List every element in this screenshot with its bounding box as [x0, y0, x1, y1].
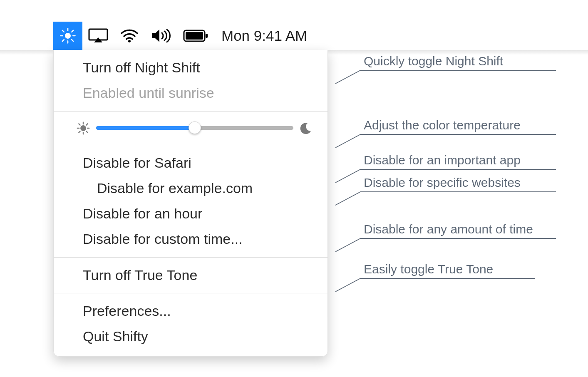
- shifty-menubar-icon[interactable]: [53, 22, 82, 50]
- divider: [54, 257, 327, 258]
- airplay-icon: [88, 28, 108, 43]
- battery-menubar-icon[interactable]: [177, 22, 214, 50]
- color-temperature-slider[interactable]: [96, 121, 293, 136]
- annotation-site: Disable for specific websites: [360, 176, 556, 192]
- menubar: Mon 9:41 AM: [0, 22, 588, 50]
- toggle-night-shift-item[interactable]: Turn off Night Shift: [54, 55, 327, 80]
- moon-icon: [299, 122, 313, 135]
- svg-point-0: [65, 33, 71, 39]
- svg-line-8: [72, 30, 73, 32]
- wifi-menubar-icon[interactable]: [114, 22, 145, 50]
- svg-line-7: [62, 40, 64, 41]
- wifi-icon: [120, 28, 139, 43]
- disable-for-site-item[interactable]: Disable for example.com: [54, 176, 327, 201]
- divider: [54, 111, 327, 112]
- svg-point-10: [128, 40, 131, 42]
- color-temperature-slider-row: [54, 116, 327, 141]
- svg-point-14: [81, 126, 85, 130]
- svg-line-21: [79, 131, 80, 132]
- svg-rect-13: [206, 34, 208, 38]
- battery-icon: [183, 30, 208, 42]
- svg-rect-12: [186, 32, 203, 40]
- schedule-status-item: Enabled until sunrise: [54, 80, 327, 106]
- svg-line-20: [86, 131, 87, 132]
- annotation-truetone: Easily toggle True Tone: [360, 262, 535, 279]
- shifty-popover: Turn off Night Shift Enabled until sunri…: [53, 50, 328, 357]
- preferences-item[interactable]: Preferences...: [54, 298, 327, 324]
- svg-line-5: [62, 30, 64, 32]
- disable-for-hour-item[interactable]: Disable for an hour: [54, 201, 327, 226]
- annotation-app: Disable for an important app: [360, 153, 556, 170]
- disable-for-app-item[interactable]: Disable for Safari: [54, 150, 327, 176]
- volume-menubar-icon[interactable]: [145, 22, 177, 50]
- svg-line-19: [79, 124, 80, 125]
- annotation-toggle: Quickly toggle Night Shift: [360, 54, 556, 71]
- divider: [54, 145, 327, 145]
- svg-line-6: [72, 40, 73, 41]
- sun-moon-icon: [59, 27, 77, 45]
- toggle-true-tone-item[interactable]: Turn off True Tone: [54, 263, 327, 288]
- annotation-slider: Adjust the color temperature: [360, 118, 556, 135]
- menubar-clock[interactable]: Mon 9:41 AM: [214, 27, 307, 44]
- annotation-custom: Disable for any amount of time: [360, 222, 556, 239]
- svg-line-22: [86, 124, 87, 125]
- quit-item[interactable]: Quit Shifty: [54, 324, 327, 349]
- sun-icon: [76, 121, 90, 135]
- volume-icon: [151, 28, 171, 43]
- divider: [54, 293, 327, 293]
- airplay-menubar-icon[interactable]: [82, 22, 114, 50]
- disable-custom-time-item[interactable]: Disable for custom time...: [54, 226, 327, 252]
